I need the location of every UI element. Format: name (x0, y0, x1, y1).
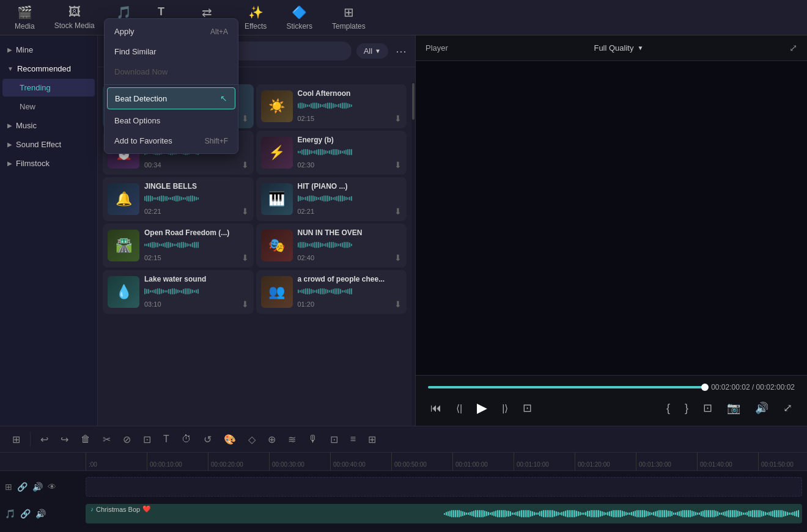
download-icon[interactable]: ⬇ (241, 114, 249, 123)
fullscreen-button[interactable]: ⤢ (781, 399, 795, 417)
snapshot-button[interactable]: 📷 (724, 399, 743, 417)
timeline-wave-bar (638, 510, 639, 518)
redo-button[interactable]: ↪ (56, 430, 73, 449)
split-button[interactable]: ⊕ (263, 430, 281, 449)
filter-button[interactable]: All ▼ (356, 43, 388, 59)
context-menu-item-add-to-favorites[interactable]: Add to Favorites Shift+F (105, 131, 238, 151)
download-icon[interactable]: ⬇ (241, 206, 249, 216)
download-icon[interactable]: ⬇ (241, 160, 249, 170)
timeline-wave-bar (572, 510, 573, 518)
crop-button[interactable]: ⊡ (138, 430, 156, 449)
track-card-crowd[interactable]: 👥 a crowd of people chee... 01:20 ⬇ (256, 270, 407, 314)
audio-track-content: ♪ Christmas Bop ❤️ // Inline waveform ba… (86, 504, 802, 523)
progress-fill (428, 386, 705, 388)
timeline-wave-bar (646, 511, 647, 517)
progress-bar[interactable]: 00:02:00:02 / 00:02:00:02 (428, 383, 795, 392)
multitrack-button[interactable]: ⊞ (363, 430, 381, 449)
scroll-track[interactable] (411, 82, 415, 426)
track-card-cool-afternoon[interactable]: ☀️ Cool Afternoon 02:15 ⬇ (256, 84, 407, 128)
audio-track-lock-btn[interactable]: 🔗 (20, 509, 31, 519)
toolbar-stock-media[interactable]: 🖼 Stock Media (45, 1, 105, 34)
wave-bar (307, 196, 308, 201)
context-menu-item-apply[interactable]: Apply Alt+A (105, 35, 238, 42)
toolbar-stickers[interactable]: 🔷 Stickers (276, 1, 322, 34)
context-menu-item-beat-detection[interactable]: Beat Detection ↖ (107, 87, 235, 109)
audio-track-icon-btn[interactable]: 🎵 (5, 509, 15, 519)
frame-forward-button[interactable]: |⟩ (499, 400, 510, 417)
timeline-wave-bar (576, 511, 577, 517)
timeline-ruler: :0000:00:10:0000:00:20:0000:00:30:0000:0… (0, 453, 807, 471)
delete-button[interactable]: 🗑 (76, 430, 95, 448)
play-button[interactable]: ▶ (474, 398, 490, 418)
rewind-button[interactable]: ⏮ (428, 399, 444, 417)
stabilize-button[interactable]: ⊡ (325, 430, 343, 449)
toolbar-templates[interactable]: ⊞ Templates (322, 1, 375, 34)
video-track-mute-btn[interactable]: 🔊 (32, 482, 43, 492)
wave-bar (301, 150, 303, 154)
video-track-lock-btn[interactable]: 🔗 (17, 482, 28, 492)
rotate-button[interactable]: ↺ (199, 430, 216, 449)
download-icon[interactable]: ⬇ (241, 299, 249, 309)
sidebar-section-sound-effect[interactable]: ▶ Sound Effect (0, 135, 97, 154)
wave-bar (153, 242, 155, 248)
download-icon[interactable]: ⬇ (394, 206, 402, 216)
track-info: HIT (PIANO ...) 02:21 ⬇ (298, 182, 402, 216)
wave-bar (168, 289, 169, 293)
timeline-wave-bar (556, 511, 557, 516)
toolbar-media[interactable]: 🎬 Media (5, 1, 45, 34)
mark-in-button[interactable]: { (664, 399, 672, 417)
track-card-lake-water[interactable]: 💧 Lake water sound 03:10 ⬇ (103, 270, 254, 314)
audio-track-mute-btn[interactable]: 🔊 (35, 509, 46, 519)
cut-button[interactable]: ✂ (98, 430, 116, 449)
context-menu-item-find-similar[interactable]: Find Similar (105, 42, 238, 62)
track-card-jingle-bells[interactable]: 🔔 JINGLE BELLS 02:21 ⬇ (103, 177, 254, 221)
download-icon[interactable]: ⬇ (394, 253, 402, 263)
ruler-mark-10: 00:01:40:00 (697, 453, 758, 470)
track-card-energy-b[interactable]: ⚡ Energy (b) 02:30 ⬇ (256, 131, 407, 175)
context-menu-item-beat-options[interactable]: Beat Options (105, 111, 238, 131)
track-card-open-road[interactable]: 🛣️ Open Road Freedom (...) 02:15 ⬇ (103, 224, 254, 268)
sidebar-item-trending[interactable]: Trending (2, 79, 95, 97)
timeline-wave-bar (596, 510, 597, 517)
download-icon[interactable]: ⬇ (241, 253, 249, 263)
mic-button[interactable]: 🎙 (303, 430, 323, 448)
fit-screen-button[interactable]: ⊡ (701, 399, 715, 417)
recommended-chevron: ▼ (7, 65, 13, 72)
frame-back-button[interactable]: ⟨| (454, 400, 465, 417)
download-icon[interactable]: ⬇ (394, 160, 402, 170)
quality-selector[interactable]: Full Quality ▼ (594, 43, 643, 53)
timeline-wave-bar (497, 510, 498, 517)
speed-button[interactable]: ⏱ (177, 430, 196, 448)
mask-button[interactable]: ◇ (243, 430, 260, 449)
zoom-timeline-button[interactable]: ≡ (345, 430, 361, 448)
sidebar-section-filmstock[interactable]: ▶ Filmstock (0, 154, 97, 173)
wave-bar (351, 104, 352, 106)
volume-button[interactable]: 🔊 (753, 399, 771, 417)
sidebar-section-music[interactable]: ▶ Music (0, 116, 97, 135)
wave-bar (159, 244, 160, 247)
video-track-scenes-btn[interactable]: ⊞ (5, 482, 12, 492)
track-card-nun-in-oven[interactable]: 🎭 NUN IN THE OVEN 02:40 ⬇ (256, 224, 407, 268)
color-button[interactable]: 🎨 (219, 430, 241, 449)
video-track-hide-btn[interactable]: 👁 (48, 482, 56, 492)
sidebar-item-new[interactable]: New (2, 98, 95, 115)
more-options-button[interactable]: ⋯ (393, 42, 409, 60)
loop-button[interactable]: ⊡ (520, 399, 534, 417)
toolbar-effects[interactable]: ✨ Effects (235, 1, 276, 34)
undo-button[interactable]: ↩ (35, 430, 53, 449)
download-icon[interactable]: ⬇ (394, 299, 402, 309)
text-button[interactable]: T (158, 430, 174, 448)
audio-mix-button[interactable]: ≋ (283, 430, 301, 449)
scenes-button[interactable]: ⊞ (7, 430, 25, 449)
wave-bar (177, 242, 179, 247)
sidebar-section-mine[interactable]: ▶ Mine (0, 40, 97, 59)
sidebar-section-recommended[interactable]: ▼ Recommended (0, 59, 97, 78)
magnet-button[interactable]: ⊘ (118, 430, 136, 449)
wave-bar (322, 149, 323, 155)
player-expand-button[interactable]: ⤢ (789, 42, 797, 54)
mark-out-button[interactable]: } (682, 399, 691, 417)
track-card-hit-piano[interactable]: 🎹 HIT (PIANO ...) 02:21 ⬇ (256, 177, 407, 221)
download-icon[interactable]: ⬇ (394, 114, 402, 123)
progress-track[interactable] (428, 386, 705, 388)
timeline-wave-bar (798, 510, 799, 517)
